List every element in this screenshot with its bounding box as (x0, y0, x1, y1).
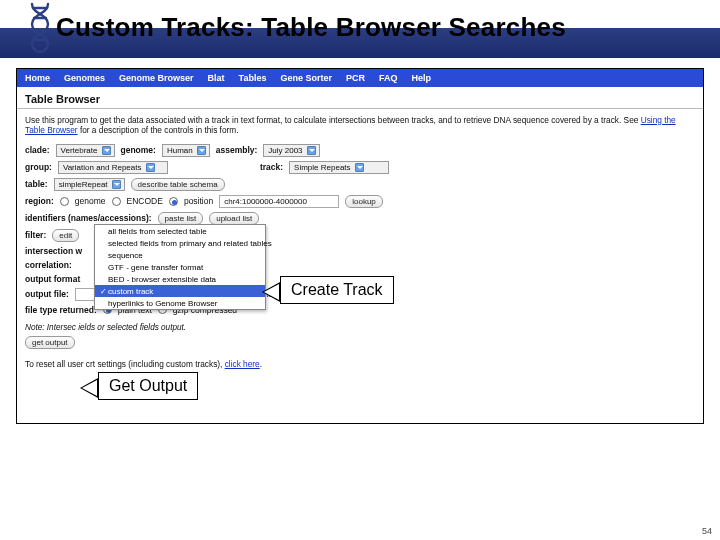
dropdown-opt-all-fields[interactable]: all fields from selected table (95, 225, 265, 237)
callout-create-track: Create Track (280, 276, 394, 304)
filter-edit-button[interactable]: edit (52, 229, 79, 242)
track-select[interactable]: Simple Repeats (289, 161, 389, 174)
lookup-button[interactable]: lookup (345, 195, 383, 208)
nav-help[interactable]: Help (411, 73, 431, 83)
get-output-button[interactable]: get output (25, 336, 75, 349)
dropdown-opt-hyperlinks[interactable]: hyperlinks to Genome Browser (95, 297, 265, 309)
intersection-label: intersection w (25, 246, 82, 256)
output-format-label: output format (25, 274, 80, 284)
nav-faq[interactable]: FAQ (379, 73, 398, 83)
track-label: track: (260, 162, 283, 172)
clade-label: clade: (25, 145, 50, 155)
nav-tables[interactable]: Tables (239, 73, 267, 83)
region-encode-radio[interactable] (112, 197, 121, 206)
arrow-left-icon (80, 378, 98, 398)
dropdown-opt-custom-track[interactable]: ✓custom track (95, 285, 265, 297)
chevron-down-icon (307, 146, 316, 155)
callout-get-output-label: Get Output (98, 372, 198, 400)
nav-blat[interactable]: Blat (208, 73, 225, 83)
intro-text: Use this program to get the data associa… (17, 113, 703, 142)
dropdown-opt-sequence[interactable]: sequence (95, 249, 265, 261)
slide-title: Custom Tracks: Table Browser Searches (56, 12, 566, 43)
callout-get-output: Get Output (98, 372, 198, 400)
group-label: group: (25, 162, 52, 172)
dropdown-opt-gtf[interactable]: GTF - gene transfer format (95, 261, 265, 273)
group-select[interactable]: Variation and Repeats (58, 161, 168, 174)
section-title: Table Browser (17, 87, 703, 109)
arrow-left-icon (262, 282, 280, 302)
filter-label: filter: (25, 230, 46, 240)
output-file-label: output file: (25, 289, 69, 299)
assembly-label: assembly: (216, 145, 258, 155)
paste-list-button[interactable]: paste list (158, 212, 204, 225)
row-region: region: genome ENCODE position chr4:1000… (17, 193, 703, 210)
region-encode-text: ENCODE (127, 196, 163, 206)
region-label: region: (25, 196, 54, 206)
genome-select[interactable]: Human (162, 144, 210, 157)
nav-pcr[interactable]: PCR (346, 73, 365, 83)
nav-genome-browser[interactable]: Genome Browser (119, 73, 194, 83)
region-genome-text: genome (75, 196, 106, 206)
region-genome-radio[interactable] (60, 197, 69, 206)
nav-home[interactable]: Home (25, 73, 50, 83)
describe-schema-button[interactable]: describe table schema (131, 178, 225, 191)
clade-select[interactable]: Vertebrate (56, 144, 115, 157)
dropdown-opt-selected-fields[interactable]: selected fields from primary and related… (95, 237, 265, 249)
nav-genomes[interactable]: Genomes (64, 73, 105, 83)
chevron-down-icon (112, 180, 121, 189)
assembly-select[interactable]: July 2003 (263, 144, 319, 157)
intersection-note: Note: Intersec ields or selected fields … (17, 317, 703, 334)
position-input[interactable]: chr4:1000000-4000000 (219, 195, 339, 208)
nav-gene-sorter[interactable]: Gene Sorter (280, 73, 332, 83)
chevron-down-icon (197, 146, 206, 155)
row-clade-genome-assembly: clade: Vertebrate genome: Human assembly… (17, 142, 703, 159)
identifiers-label: identifiers (names/accessions): (25, 213, 152, 223)
dna-icon (28, 2, 52, 54)
upload-list-button[interactable]: upload list (209, 212, 259, 225)
row-table: table: simpleRepeat describe table schem… (17, 176, 703, 193)
callout-create-track-label: Create Track (280, 276, 394, 304)
region-position-text: position (184, 196, 213, 206)
chevron-down-icon (146, 163, 155, 172)
nav-bar: Home Genomes Genome Browser Blat Tables … (17, 69, 703, 87)
page-number: 54 (702, 526, 712, 536)
row-get-output: get output (17, 334, 703, 351)
chevron-down-icon (355, 163, 364, 172)
genome-label: genome: (121, 145, 156, 155)
table-label: table: (25, 179, 48, 189)
row-group-track: group: Variation and Repeats track: Simp… (17, 159, 703, 176)
table-select[interactable]: simpleRepeat (54, 178, 125, 191)
output-format-dropdown[interactable]: all fields from selected table selected … (94, 224, 266, 310)
dropdown-opt-bed[interactable]: BED - browser extensible data (95, 273, 265, 285)
reset-link[interactable]: click here (225, 359, 260, 369)
region-position-radio[interactable] (169, 197, 178, 206)
file-type-label: file type returned: (25, 305, 97, 315)
chevron-down-icon (102, 146, 111, 155)
correlation-label: correlation: (25, 260, 72, 270)
